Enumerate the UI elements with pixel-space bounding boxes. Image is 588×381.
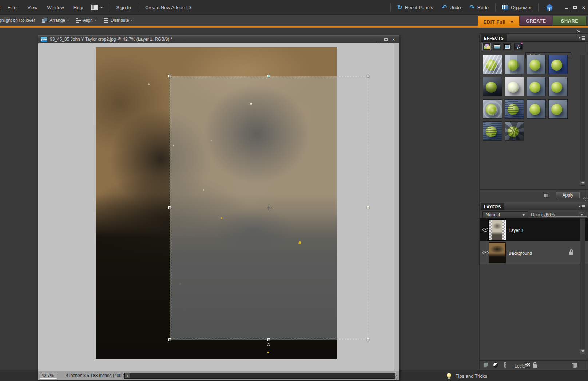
background-thumbnail[interactable] bbox=[489, 242, 506, 263]
undo-button[interactable]: ↶ Undo bbox=[437, 0, 465, 15]
doc-close-button[interactable]: × bbox=[390, 36, 397, 43]
organizer-button[interactable]: Organizer bbox=[498, 0, 536, 15]
panel-resize-grip[interactable] bbox=[583, 197, 587, 201]
layers-panel-header: LAYERS bbox=[480, 202, 588, 210]
scroll-left-button[interactable] bbox=[125, 373, 130, 378]
resize-grip[interactable] bbox=[394, 375, 398, 380]
delete-effect-icon[interactable] bbox=[544, 192, 549, 198]
transform-handle-middle-right[interactable] bbox=[367, 206, 369, 209]
apple-preview-image bbox=[486, 104, 497, 115]
adjustment-layer-icon[interactable] bbox=[493, 362, 498, 368]
canvas[interactable] bbox=[38, 43, 399, 371]
menu-item-help[interactable]: Help bbox=[69, 0, 88, 15]
visibility-eye-icon[interactable] bbox=[482, 251, 489, 254]
transform-reference-point[interactable] bbox=[266, 205, 271, 210]
menu-item-window[interactable]: Window bbox=[42, 0, 68, 15]
sign-in-link[interactable]: Sign In bbox=[111, 0, 135, 15]
distribute-button[interactable]: Distribute bbox=[100, 15, 136, 26]
effect-thumbnail-7[interactable] bbox=[527, 77, 546, 96]
apple-preview-image bbox=[508, 126, 519, 137]
tab-create[interactable]: CREATE bbox=[520, 16, 552, 26]
effect-thumbnail-1[interactable] bbox=[483, 55, 502, 74]
layer-row-background[interactable]: Background bbox=[480, 241, 588, 264]
apple-preview-image bbox=[529, 60, 541, 71]
effect-thumbnail-4[interactable] bbox=[548, 55, 568, 74]
effect-thumbnail-12[interactable] bbox=[548, 99, 568, 119]
tab-share[interactable]: SHARE bbox=[553, 16, 587, 26]
rotate-handle[interactable] bbox=[267, 343, 270, 346]
minimize-button[interactable] bbox=[562, 4, 571, 11]
effect-thumbnail-13[interactable] bbox=[483, 121, 502, 141]
arrange-button[interactable]: Arrange bbox=[39, 15, 72, 26]
layer-row-layer1[interactable]: Layer 1 bbox=[480, 218, 588, 241]
distribute-icon bbox=[103, 18, 109, 23]
document-title-bar[interactable]: pse 93_45_85 John Y Taylor crop2.jpg @ 4… bbox=[38, 36, 399, 43]
effect-thumbnail-9[interactable] bbox=[483, 99, 502, 119]
blend-mode-dropdown[interactable]: Normal bbox=[482, 211, 528, 218]
effects-thumbnail-grid bbox=[483, 55, 570, 141]
doc-minimize-button[interactable] bbox=[374, 36, 382, 43]
menu-item-view[interactable]: View bbox=[23, 0, 43, 15]
layer-name[interactable]: Background bbox=[509, 251, 532, 256]
layer-name[interactable]: Layer 1 bbox=[509, 228, 523, 233]
menu-item-filter[interactable]: Filter bbox=[3, 0, 23, 15]
transform-handle-middle-left[interactable] bbox=[168, 206, 171, 209]
new-layer-icon[interactable] bbox=[483, 362, 488, 368]
vertical-scrollbar[interactable] bbox=[394, 43, 399, 371]
visibility-eye-icon[interactable] bbox=[482, 228, 489, 232]
link-layers-icon[interactable] bbox=[504, 362, 507, 368]
panel-menu-icon[interactable] bbox=[579, 205, 585, 208]
collapse-panel-bin-button[interactable]: » bbox=[577, 28, 579, 34]
effect-thumbnail-10[interactable] bbox=[505, 99, 524, 119]
layer-styles-icon[interactable] bbox=[493, 43, 501, 50]
arrange-documents-button[interactable] bbox=[88, 5, 107, 10]
doc-restore-button[interactable] bbox=[382, 36, 390, 43]
restore-button[interactable] bbox=[571, 4, 579, 11]
layers-panel-tab[interactable]: LAYERS bbox=[481, 203, 504, 210]
chevron-down-icon bbox=[100, 7, 103, 8]
effects-panel-tab[interactable]: EFFECTS bbox=[481, 34, 507, 42]
photo-effects-icon[interactable] bbox=[503, 43, 511, 50]
delete-layer-icon[interactable] bbox=[572, 362, 577, 368]
transform-handle-top-right[interactable] bbox=[367, 75, 369, 77]
scroll-down-button[interactable] bbox=[580, 349, 585, 354]
create-adobe-id-link[interactable]: Create New Adobe ID bbox=[140, 0, 196, 15]
layer1-thumbnail[interactable] bbox=[489, 220, 506, 240]
zoom-level-input[interactable]: 42.7% bbox=[40, 373, 57, 379]
scroll-down-button[interactable] bbox=[580, 181, 585, 185]
align-button[interactable]: Align bbox=[72, 15, 100, 26]
pasted-layer-preview[interactable] bbox=[170, 76, 337, 340]
effects-scrollbar[interactable] bbox=[580, 55, 585, 186]
all-effects-fx-icon[interactable]: fx bbox=[514, 43, 523, 50]
close-button[interactable]: × bbox=[579, 4, 588, 11]
pse-document-icon: pse bbox=[40, 37, 47, 42]
effect-thumbnail-6[interactable] bbox=[505, 77, 524, 96]
transform-handle-top-center[interactable] bbox=[267, 75, 270, 77]
reset-panels-button[interactable]: ↻ Reset Panels bbox=[393, 0, 438, 15]
tips-and-tricks-button[interactable]: Tips and Tricks bbox=[447, 370, 487, 381]
dust-speck bbox=[221, 217, 222, 219]
filters-icon[interactable] bbox=[482, 43, 491, 50]
apple-preview-image bbox=[486, 82, 497, 93]
panel-menu-icon[interactable] bbox=[579, 36, 585, 40]
effect-thumbnail-8[interactable] bbox=[548, 77, 568, 96]
menu-item-clipped[interactable]: t bbox=[0, 0, 3, 15]
tab-edit-full[interactable]: EDIT Full bbox=[478, 16, 519, 28]
document-window: pse 93_45_85 John Y Taylor crop2.jpg @ 4… bbox=[38, 35, 399, 380]
effect-thumbnail-2[interactable] bbox=[505, 55, 524, 74]
apply-button[interactable]: Apply bbox=[556, 192, 580, 198]
effect-thumbnail-11[interactable] bbox=[527, 99, 546, 119]
effect-thumbnail-5[interactable] bbox=[483, 77, 502, 96]
lock-transparency-icon[interactable] bbox=[525, 362, 530, 368]
transform-handle-bottom-center[interactable] bbox=[267, 338, 270, 341]
redo-icon: ↷ bbox=[470, 4, 475, 11]
transform-handle-bottom-left[interactable] bbox=[168, 338, 171, 341]
effect-thumbnail-14[interactable] bbox=[505, 121, 524, 141]
home-button[interactable] bbox=[541, 0, 558, 15]
transform-handle-bottom-right[interactable] bbox=[367, 338, 369, 341]
horizontal-scrollbar[interactable] bbox=[124, 373, 395, 379]
transform-handle-top-left[interactable] bbox=[168, 75, 171, 77]
effect-thumbnail-3[interactable] bbox=[527, 55, 546, 74]
redo-button[interactable]: ↷ Redo bbox=[465, 0, 493, 15]
layers-scrollbar[interactable] bbox=[580, 218, 585, 354]
